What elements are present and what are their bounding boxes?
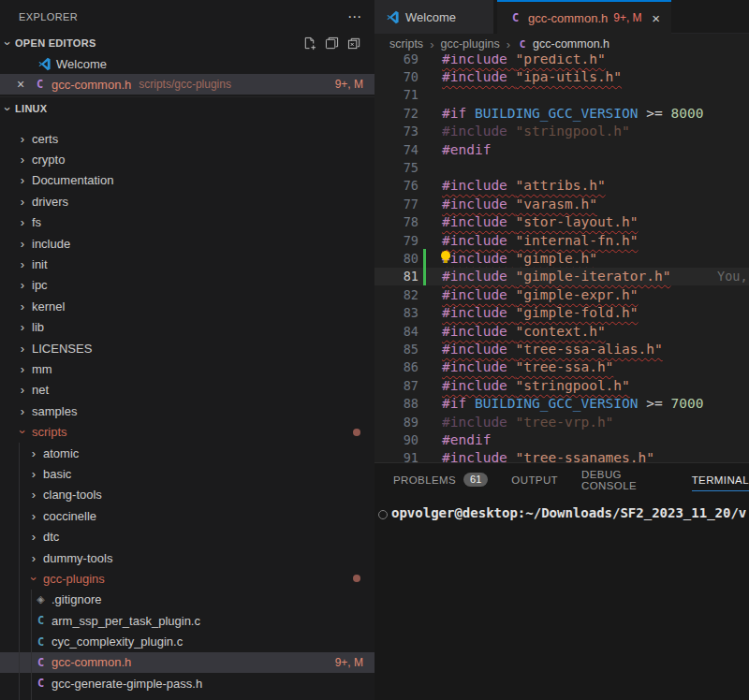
c-header-icon: C <box>33 78 47 91</box>
chevron-down-icon: › <box>16 425 30 440</box>
tree-item-arm-ssp-per-task-plugin-c[interactable]: Carm_ssp_per_task_plugin.c <box>0 610 374 631</box>
string-token: "tree-vrp.h" <box>516 415 614 430</box>
tree-item-gcc-generate-gimple-pass-h[interactable]: Cgcc-generate-gimple-pass.h <box>0 673 374 693</box>
workspace-section-header[interactable]: › LINUX <box>0 96 374 120</box>
tree-item-dtc[interactable]: ›dtc <box>0 526 374 547</box>
open-editors-header[interactable]: › OPEN EDITORS <box>0 33 374 53</box>
folder-label: mm <box>32 362 52 376</box>
tab-output[interactable]: OUTPUT <box>511 463 558 496</box>
tree-item-gcc-common-h[interactable]: Cgcc-common.h9+, M <box>0 652 374 673</box>
code-line-81[interactable]: 81#include "gimple-iterator.h"You, <box>374 268 749 285</box>
tree-item-scripts[interactable]: ›scripts <box>0 421 374 442</box>
code-line-79[interactable]: 79#include "internal-fn.h" <box>374 231 749 249</box>
code-line-83[interactable]: 83#include "gimple-fold.h" <box>374 303 749 321</box>
line-number: 73 <box>374 124 419 139</box>
code-line-69[interactable]: 69#include "predict.h" <box>374 54 749 67</box>
tree-item-dummy-tools[interactable]: ›dummy-tools <box>0 547 374 568</box>
more-actions-icon[interactable]: ⋯ <box>347 9 361 23</box>
directive-token: #if <box>442 396 466 411</box>
breadcrumb-gcc-plugins[interactable]: gcc-plugins <box>440 37 499 51</box>
sidebar-title-row: EXPLORER ⋯ <box>0 0 374 33</box>
save-all-icon[interactable] <box>325 36 339 51</box>
code-line-84[interactable]: 84#include "context.h" <box>374 322 749 340</box>
string-token: "gimple-expr.h" <box>516 287 639 302</box>
breadcrumb-scripts[interactable]: scripts <box>389 37 423 51</box>
code-editor[interactable]: 69#include "predict.h"70#include "ipa-ut… <box>374 54 749 462</box>
code-line-74[interactable]: 74#endif <box>374 140 749 158</box>
code-line-71[interactable]: 71 <box>374 86 749 104</box>
tree-item-mm[interactable]: ›mm <box>0 358 374 379</box>
code-line-78[interactable]: 78#include "stor-layout.h" <box>374 213 749 231</box>
code-line-70[interactable]: 70#include "ipa-utils.h" <box>374 67 749 85</box>
tree-item-cyc-complexity-plugin-c[interactable]: Ccyc_complexity_plugin.c <box>0 631 374 651</box>
open-editor-gcc-common[interactable]: × C gcc-common.h scripts/gcc-plugins 9+,… <box>0 74 374 95</box>
breadcrumb-file[interactable]: C gcc-common.h <box>517 37 609 51</box>
code-line-73[interactable]: 73#include "stringpool.h" <box>374 123 749 140</box>
close-all-editors-icon[interactable] <box>347 36 361 51</box>
close-icon[interactable]: × <box>13 77 28 92</box>
tree-item-basic[interactable]: ›basic <box>0 463 374 484</box>
indent-guide <box>19 673 20 693</box>
indent-guide <box>31 673 32 693</box>
open-editor-welcome[interactable]: Welcome <box>0 53 374 74</box>
directive-token: #if <box>442 106 466 121</box>
line-number: 89 <box>374 415 419 430</box>
tab-welcome[interactable]: Welcome <box>374 0 497 34</box>
chevron-right-icon: › <box>15 299 30 314</box>
line-number: 83 <box>374 305 419 320</box>
file-label: gcc-generate-gimple-pass.h <box>51 677 202 691</box>
tree-item-fs[interactable]: ›fs <box>0 212 374 233</box>
tree-item-lib[interactable]: ›lib <box>0 317 374 338</box>
tree-item-samples[interactable]: ›samples <box>0 401 374 421</box>
tree-item-licenses[interactable]: ›LICENSES <box>0 338 374 358</box>
tree-item-certs[interactable]: ›certs <box>0 128 374 149</box>
folder-label: basic <box>43 467 71 481</box>
tree-item-drivers[interactable]: ›drivers <box>0 191 374 211</box>
tab-problems[interactable]: PROBLEMS 61 <box>393 463 488 496</box>
code-line-87[interactable]: 87#include "stringpool.h" <box>374 376 749 394</box>
tree-item-gcc-plugins[interactable]: ›gcc-plugins <box>0 568 374 589</box>
directive-token: #include <box>442 305 507 320</box>
code-line-77[interactable]: 77#include "varasm.h" <box>374 195 749 212</box>
new-file-icon[interactable] <box>302 36 316 51</box>
terminal[interactable]: opvolger@desktop:~/Downloads/SF2_2023_11… <box>374 496 749 700</box>
tree-item-include[interactable]: ›include <box>0 233 374 254</box>
tree-item-coccinelle[interactable]: ›coccinelle <box>0 505 374 526</box>
code-line-75[interactable]: 75 <box>374 158 749 176</box>
code-line-86[interactable]: 86#include "tree-ssa.h" <box>374 358 749 376</box>
folder-label: init <box>32 257 48 271</box>
tree-item-net[interactable]: ›net <box>0 380 374 401</box>
tree-item-kernel[interactable]: ›kernel <box>0 296 374 316</box>
code-content: #if BUILDING_GCC_VERSION >= 7000 <box>426 396 703 411</box>
code-line-88[interactable]: 88#if BUILDING_GCC_VERSION >= 7000 <box>374 394 749 412</box>
code-line-76[interactable]: 76#include "attribs.h" <box>374 177 749 195</box>
code-line-72[interactable]: 72#if BUILDING_GCC_VERSION >= 8000 <box>374 104 749 122</box>
folder-label: lib <box>32 320 44 334</box>
chevron-right-icon: › <box>26 509 41 523</box>
chevron-right-icon: › <box>26 446 41 460</box>
tree-item-documentation[interactable]: ›Documentation <box>0 170 374 191</box>
operator-token: >= <box>646 396 662 411</box>
code-line-85[interactable]: 85#include "tree-ssa-alias.h" <box>374 340 749 357</box>
tree-item-ipc[interactable]: ›ipc <box>0 275 374 296</box>
tab-debug-console[interactable]: DEBUG CONSOLE <box>581 463 668 496</box>
tree-item-init[interactable]: ›init <box>0 254 374 274</box>
tree-item--gitignore[interactable]: ◈.gitignore <box>0 590 374 610</box>
tree-item-gcc-generate-ipa-pass-h[interactable]: Cgcc-generate-ipa-pass.h <box>0 694 374 700</box>
tree-item-crypto[interactable]: ›crypto <box>0 149 374 169</box>
tree-item-clang-tools[interactable]: ›clang-tools <box>0 485 374 505</box>
tree-item-atomic[interactable]: ›atomic <box>0 443 374 463</box>
folder-label: gcc-plugins <box>43 572 105 586</box>
indent-guide <box>31 610 32 631</box>
open-editors-label: OPEN EDITORS <box>15 37 96 49</box>
tab-gcc-common[interactable]: C gcc-common.h 9+, M × <box>497 0 671 34</box>
code-content: #include "varasm.h" <box>426 197 597 211</box>
code-line-91[interactable]: 91#include "tree-ssanames.h" <box>374 449 749 462</box>
close-icon[interactable]: × <box>652 10 660 26</box>
code-line-80[interactable]: 80#include "gimple.h" <box>374 249 749 267</box>
code-line-82[interactable]: 82#include "gimple-expr.h" <box>374 285 749 303</box>
code-line-90[interactable]: 90#endif <box>374 430 749 448</box>
code-line-89[interactable]: 89#include "tree-vrp.h" <box>374 413 749 430</box>
tab-terminal[interactable]: TERMINAL <box>692 463 749 496</box>
string-token: "attribs.h" <box>516 178 606 193</box>
